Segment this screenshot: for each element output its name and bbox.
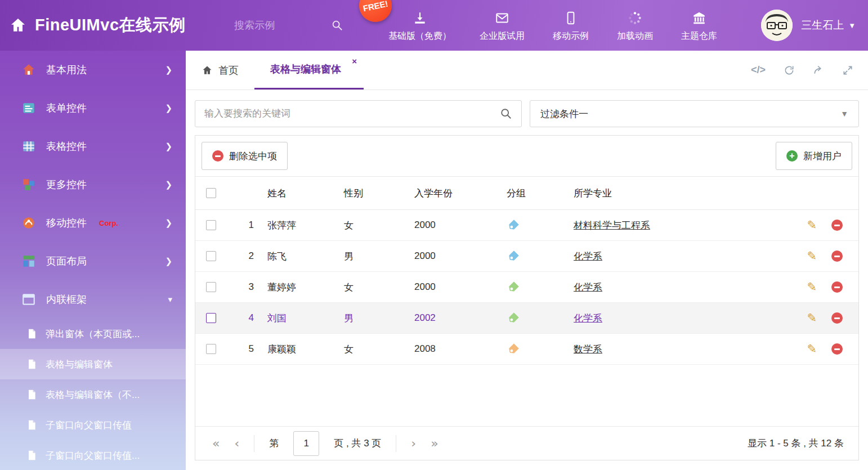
major-link[interactable]: 化学系: [574, 313, 602, 324]
header-search-input[interactable]: [234, 20, 307, 32]
major-link[interactable]: 化学系: [574, 282, 602, 293]
cell-year: 2008: [414, 343, 499, 355]
column-header-year[interactable]: 入学年份: [414, 187, 499, 200]
filter-row: 过滤条件一 ▼: [195, 100, 859, 127]
edit-icon[interactable]: ✎: [807, 218, 817, 232]
main-content: 首页 表格与编辑窗体 × </>: [186, 51, 868, 470]
sidebar-subitem-child-to-parent-2[interactable]: 子窗口向父窗口传值...: [0, 440, 186, 470]
search-icon[interactable]: [500, 108, 512, 120]
cell-gender: 女: [344, 281, 414, 294]
last-page-icon[interactable]: »: [431, 437, 438, 450]
cell-gender: 女: [344, 219, 414, 232]
page-number-input[interactable]: [293, 431, 319, 456]
delete-icon[interactable]: [831, 220, 843, 231]
nav-item-loading-animation[interactable]: 加载动画: [617, 8, 653, 42]
major-link[interactable]: 数学系: [574, 344, 602, 355]
cubes-icon: [21, 177, 36, 192]
sidebar-item-iframe[interactable]: 内联框架 ▾: [0, 280, 186, 319]
grid-toolbar: 删除选中项 + 新增用户: [195, 136, 858, 176]
next-page-icon[interactable]: ›: [411, 437, 416, 450]
table-header: 姓名 性别 入学年份 分组 所学专业: [195, 176, 858, 210]
spinner-icon: [628, 11, 642, 25]
chevron-right-icon: ❯: [165, 103, 172, 113]
sidebar-item-form-controls[interactable]: 表单控件 ❯: [0, 89, 186, 127]
table-row[interactable]: 3 董婷婷 女 2000 化学系 ✎: [195, 272, 858, 303]
keyword-search-input[interactable]: [204, 108, 500, 119]
delete-icon[interactable]: [831, 312, 843, 324]
edit-icon[interactable]: ✎: [807, 280, 817, 294]
row-checkbox[interactable]: [206, 313, 216, 323]
row-checkbox[interactable]: [206, 282, 216, 292]
row-checkbox[interactable]: [206, 220, 216, 230]
table-row[interactable]: 5 康颖颖 女 2008 数学系 ✎: [195, 334, 858, 365]
download-icon: [413, 11, 427, 25]
column-header-name[interactable]: 姓名: [259, 187, 344, 200]
close-icon[interactable]: ×: [352, 56, 357, 66]
bank-icon: [692, 11, 706, 25]
mobile-controls-icon: [21, 216, 36, 230]
search-icon[interactable]: [331, 19, 343, 32]
nav-item-enterprise-trial[interactable]: 企业版试用: [480, 8, 525, 42]
expand-icon[interactable]: [842, 65, 853, 76]
minus-circle-icon: [212, 150, 223, 162]
nav-label: 企业版试用: [480, 30, 525, 42]
delete-icon[interactable]: [831, 281, 843, 293]
user-menu[interactable]: 三生石上 ▼: [761, 10, 856, 41]
nav-item-theme-store[interactable]: 主题仓库: [681, 8, 717, 42]
first-page-icon[interactable]: «: [212, 437, 220, 450]
sidebar-subitem-grid-edit-window-2[interactable]: 表格与编辑窗体（不...: [0, 379, 186, 410]
major-link[interactable]: 化学系: [574, 251, 602, 262]
source-code-icon[interactable]: </>: [751, 64, 766, 76]
row-checkbox[interactable]: [206, 344, 216, 354]
record-summary: 显示 1 - 5 条 , 共 12 条: [748, 437, 844, 450]
filter-condition-dropdown[interactable]: 过滤条件一 ▼: [530, 100, 859, 127]
nav-label: 移动示例: [553, 30, 589, 42]
delete-selected-button[interactable]: 删除选中项: [202, 142, 288, 170]
edit-icon[interactable]: ✎: [807, 311, 817, 325]
brand[interactable]: FineUIMvc在线示例: [9, 14, 234, 37]
phone-icon: [563, 11, 578, 25]
free-badge: FREE!: [356, 0, 395, 25]
prev-page-icon[interactable]: ‹: [234, 437, 239, 450]
edit-icon[interactable]: ✎: [807, 342, 817, 356]
tab-grid-edit-window[interactable]: 表格与编辑窗体 ×: [254, 51, 364, 89]
sidebar-item-page-layout[interactable]: 页面布局 ❯: [0, 242, 186, 280]
edit-icon[interactable]: ✎: [807, 249, 817, 263]
divider: [254, 435, 254, 452]
delete-icon[interactable]: [831, 343, 843, 355]
avatar-face: [761, 10, 793, 41]
sidebar-item-grid-controls[interactable]: 表格控件 ❯: [0, 127, 186, 165]
share-icon[interactable]: [813, 65, 824, 76]
select-all-checkbox[interactable]: [206, 188, 216, 198]
row-checkbox[interactable]: [206, 251, 216, 261]
column-header-major[interactable]: 所学专业: [569, 187, 785, 200]
tag-icon: [507, 312, 519, 324]
sidebar-subitem-popup-window[interactable]: 弹出窗体（本页面或...: [0, 319, 186, 349]
add-user-button[interactable]: + 新增用户: [776, 142, 852, 170]
table-row[interactable]: 1 张萍萍 女 2000 材料科学与工程系 ✎: [195, 210, 858, 241]
sidebar-item-basic-usage[interactable]: 基本用法 ❯: [0, 51, 186, 89]
refresh-icon[interactable]: [784, 65, 795, 76]
table-row-selected[interactable]: 4 刘国 男 2002 化学系 ✎: [195, 303, 858, 334]
sidebar-item-mobile-controls[interactable]: 移动控件 Corp. ❯: [0, 204, 186, 242]
tab-home[interactable]: 首页: [186, 51, 254, 89]
delete-icon[interactable]: [831, 250, 843, 262]
cell-gender: 男: [344, 250, 414, 263]
home-icon: [202, 65, 213, 76]
cell-name: 陈飞: [259, 250, 344, 263]
table-row[interactable]: 2 陈飞 男 2000 化学系 ✎: [195, 241, 858, 272]
nav-item-basic-free[interactable]: FREE! 基础版（免费）: [388, 8, 451, 42]
column-header-group[interactable]: 分组: [499, 187, 569, 200]
nav-label: 基础版（免费）: [388, 30, 451, 42]
sidebar-item-more-controls[interactable]: 更多控件 ❯: [0, 165, 186, 204]
sidebar-subitem-child-to-parent[interactable]: 子窗口向父窗口传值: [0, 410, 186, 440]
major-link[interactable]: 材料科学与工程系: [574, 220, 650, 231]
column-header-gender[interactable]: 性别: [344, 187, 414, 200]
nav-item-mobile-demo[interactable]: 移动示例: [553, 8, 589, 42]
row-index: 4: [227, 312, 259, 324]
divider: [396, 435, 396, 452]
cell-name: 张萍萍: [259, 219, 344, 232]
sidebar-subitem-grid-edit-window[interactable]: 表格与编辑窗体: [0, 349, 186, 379]
cell-name: 董婷婷: [259, 281, 344, 294]
frame-icon: [21, 292, 36, 307]
